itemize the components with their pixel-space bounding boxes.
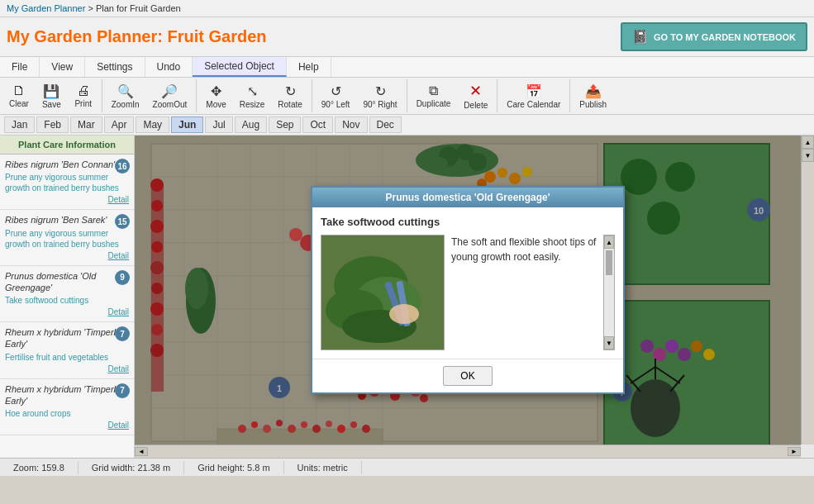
svg-point-96: [389, 304, 419, 324]
rotate-right-label: 90° Right: [363, 100, 397, 109]
zoom-status: Zoom: 159.8: [0, 461, 79, 474]
breadcrumb-page: Plan for Fruit Garden: [96, 3, 181, 13]
modal-scroll-thumb[interactable]: [606, 250, 612, 275]
delete-icon: ✕: [469, 82, 482, 100]
page-title: My Garden Planner: Fruit Garden: [7, 27, 267, 46]
rotate-right-button[interactable]: ↻ 90° Right: [357, 81, 402, 112]
month-mar[interactable]: Mar: [70, 116, 102, 133]
month-dec[interactable]: Dec: [369, 116, 402, 133]
garden-background: 10 7: [135, 136, 801, 445]
plant-detail-link-3[interactable]: Detail: [107, 364, 129, 373]
modal-overlay: Prunus domestica 'Old Greengage' Take so…: [135, 136, 801, 445]
modal-care-title: Take softwood cuttings: [321, 216, 615, 228]
toolbar-separator-5: [497, 79, 497, 112]
print-label: Print: [74, 99, 92, 108]
plant-badge-2: 9: [115, 270, 130, 285]
rotate-left-label: 90° Left: [321, 100, 350, 109]
save-label: Save: [42, 100, 61, 109]
rotate-right-icon: ↻: [375, 83, 386, 99]
month-bar: Jan Feb Mar Apr May Jun Jul Aug Sep Oct …: [0, 115, 814, 136]
plant-item-1: Ribes nigrum 'Ben Sarek' 15 Prune any vi…: [0, 210, 134, 265]
plant-item-3: Rheum x hybridum 'Timperley Early' 7 Fer…: [0, 322, 134, 379]
plant-care-panel: Plant Care Information Ribes nigrum 'Ben…: [0, 136, 135, 458]
ok-button[interactable]: OK: [443, 366, 492, 386]
modal-scrollbar[interactable]: ▲ ▼: [603, 235, 615, 350]
plant-detail-link-4[interactable]: Detail: [107, 421, 129, 430]
garden-canvas[interactable]: 10 7: [135, 136, 814, 458]
scroll-up-arrow[interactable]: ▲: [802, 136, 814, 149]
menu-file[interactable]: File: [0, 57, 40, 77]
move-label: Move: [206, 100, 226, 109]
toolbar-separator-3: [312, 79, 312, 112]
scroll-down-arrow[interactable]: ▼: [802, 149, 814, 162]
zoomout-button[interactable]: 🔎 ZoomOut: [147, 81, 193, 112]
notebook-icon: 📓: [632, 29, 649, 45]
save-icon: 💾: [43, 83, 60, 99]
plant-name-1: Ribes nigrum 'Ben Sarek': [5, 214, 129, 226]
panel-title: Plant Care Information: [0, 136, 134, 155]
notebook-button[interactable]: 📓 GO TO MY GARDEN NOTEBOOK: [621, 22, 807, 51]
month-aug[interactable]: Aug: [235, 116, 267, 133]
care-calendar-button[interactable]: 📅 Care Calendar: [501, 81, 566, 112]
month-apr[interactable]: Apr: [104, 116, 135, 133]
modal-title: Prunus domestica 'Old Greengage': [312, 188, 623, 207]
resize-button[interactable]: ⤡ Resize: [234, 81, 271, 112]
plant-detail-link-0[interactable]: Detail: [107, 195, 129, 204]
breadcrumb-separator: >: [88, 3, 95, 13]
month-feb[interactable]: Feb: [36, 116, 69, 133]
rotate-left-button[interactable]: ↺ 90° Left: [316, 81, 356, 112]
zoomin-button[interactable]: 🔍 ZoomIn: [106, 81, 145, 112]
menu-undo[interactable]: Undo: [145, 57, 193, 77]
clear-button[interactable]: 🗋 Clear: [3, 81, 35, 111]
resize-icon: ⤡: [247, 83, 258, 99]
canvas-scrollbar-horizontal[interactable]: ◄ ►: [135, 445, 801, 458]
plant-detail-link-2[interactable]: Detail: [107, 307, 129, 316]
month-may[interactable]: May: [136, 116, 169, 133]
duplicate-button[interactable]: ⧉ Duplicate: [411, 81, 457, 111]
toolbar-separator-6: [569, 79, 570, 112]
toolbar-separator-2: [196, 79, 197, 112]
month-jan[interactable]: Jan: [4, 116, 35, 133]
plant-name-3: Rheum x hybridum 'Timperley Early': [5, 326, 129, 350]
scroll-right-arrow[interactable]: ►: [788, 447, 801, 456]
title-name: Fruit Garden: [168, 27, 267, 45]
plant-badge-4: 7: [115, 383, 130, 398]
plant-badge-1: 15: [115, 214, 130, 229]
delete-button[interactable]: ✕ Delete: [458, 79, 493, 112]
month-sep[interactable]: Sep: [269, 116, 301, 133]
save-button[interactable]: 💾 Save: [36, 81, 67, 112]
modal-scroll-down[interactable]: ▼: [604, 336, 614, 349]
modal-scroll-up[interactable]: ▲: [604, 235, 614, 249]
menu-settings[interactable]: Settings: [85, 57, 145, 77]
plant-care-0: Prune any vigorous summer growth on trai…: [5, 172, 129, 193]
month-oct[interactable]: Oct: [302, 116, 333, 133]
rotate-icon: ↻: [285, 83, 296, 99]
canvas-scrollbar-vertical[interactable]: ▲ ▼: [801, 136, 814, 445]
modal-footer: OK: [312, 359, 623, 392]
month-jun[interactable]: Jun: [171, 116, 203, 133]
publish-button[interactable]: 📤 Publish: [574, 81, 612, 112]
month-jul[interactable]: Jul: [205, 116, 232, 133]
notebook-label: GO TO MY GARDEN NOTEBOOK: [654, 32, 796, 42]
status-bar: Zoom: 159.8 Grid width: 21.38 m Grid hei…: [0, 458, 814, 476]
month-nov[interactable]: Nov: [335, 116, 367, 133]
modal-dialog: Prunus domestica 'Old Greengage' Take so…: [311, 186, 625, 394]
menu-view[interactable]: View: [40, 57, 85, 77]
plant-item-2: Prunus domestica 'Old Greengage' 9 Take …: [0, 266, 134, 323]
zoomin-icon: 🔍: [117, 83, 134, 99]
menu-help[interactable]: Help: [287, 57, 331, 77]
rotate-button[interactable]: ↻ Rotate: [272, 81, 307, 112]
breadcrumb-link[interactable]: My Garden Planner: [7, 3, 85, 13]
move-button[interactable]: ✥ Move: [200, 81, 231, 112]
menu-selected-object[interactable]: Selected Object: [193, 57, 287, 77]
grid-height-status: Grid height: 5.8 m: [184, 461, 283, 474]
move-icon: ✥: [211, 83, 221, 99]
plant-item-0: Ribes nigrum 'Ben Connan' 16 Prune any v…: [0, 155, 134, 210]
plant-name-2: Prunus domestica 'Old Greengage': [5, 270, 129, 294]
plant-detail-link-1[interactable]: Detail: [107, 251, 129, 260]
print-button[interactable]: 🖨 Print: [69, 81, 98, 111]
plant-item-4: Rheum x hybridum 'Timperley Early' 7 Hoe…: [0, 379, 134, 436]
rotate-left-icon: ↺: [331, 83, 341, 99]
modal-content: The soft and flexible shoot tips of youn…: [321, 235, 597, 350]
scroll-left-arrow[interactable]: ◄: [135, 447, 148, 456]
